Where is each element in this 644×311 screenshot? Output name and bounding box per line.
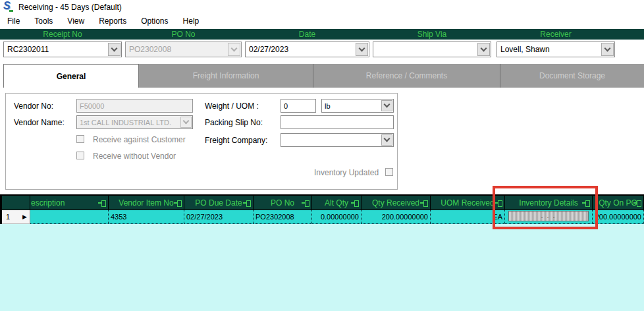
cell-po-due-date[interactable]: 02/27/2023 [184,210,254,224]
tab-strip: General Freight Information Reference / … [0,64,644,88]
freight-company-dropdown-button[interactable] [381,134,392,146]
weight-field[interactable]: 0 [281,99,316,113]
column-header-po-no[interactable]: PO No [254,196,312,210]
column-header-vendor-item-no[interactable]: Vendor Item No [109,196,184,210]
row-header-cell[interactable]: 1 ▶ [2,210,30,224]
ship-via-dropdown-button[interactable] [477,43,490,56]
tab-document-storage-label: Document Storage [539,71,605,80]
menu-bar: File Tools View Reports Options Help [0,14,644,28]
column-header-po-due-date[interactable]: PO Due Date [184,196,254,210]
receive-against-customer-checkbox[interactable] [76,135,84,143]
column-header-qty-on-po-label: Qty On PO [599,198,637,208]
tab-reference-comments-label: Reference / Comments [366,71,447,80]
tab-freight-information[interactable]: Freight Information [139,64,313,88]
vendor-no-field: F50000 [76,99,193,113]
freight-company-value [281,134,381,146]
cell-description[interactable] [30,210,109,224]
column-header-inventory-details[interactable]: Inventory Details [505,196,593,210]
po-no-label: PO No [125,30,242,39]
ship-via-value [373,42,477,57]
uom-combo[interactable]: lb [321,99,394,113]
po-no-combo: PO2302008 [125,42,242,57]
inventory-updated-label: Inventory Updated [314,168,379,177]
pushpin-icon[interactable] [98,200,105,206]
receipt-no-dropdown-button[interactable] [108,43,121,56]
cell-qty-received[interactable]: 200.00000000 [362,210,431,224]
pushpin-icon[interactable] [351,200,358,206]
ship-via-label: Ship Via [373,30,491,39]
cell-alt-qty[interactable]: 0.00000000 [312,210,362,224]
receiver-value: Lovell, Shawn [497,42,601,57]
date-value: 02/27/2023 [246,42,355,57]
pushpin-icon[interactable] [420,200,427,206]
date-dropdown-button[interactable] [356,43,368,56]
column-header-uom-received[interactable]: UOM Received [431,196,505,210]
row-selector-arrow-icon: ▶ [22,213,27,220]
pushpin-icon[interactable] [243,200,250,206]
chevron-down-icon [384,101,390,108]
vendor-name-dropdown-button [180,117,192,128]
tab-general[interactable]: General [3,64,139,88]
column-header-po-no-label: PO No [271,198,294,208]
cell-inventory-details: . . . [505,210,593,224]
inventory-updated-checkbox[interactable] [385,168,393,176]
inventory-details-button[interactable]: . . . [508,211,589,221]
chevron-down-icon [604,45,611,51]
column-header-description[interactable]: escription [30,196,109,210]
packing-slip-field[interactable] [281,115,394,129]
ship-via-combo[interactable] [373,42,491,57]
general-form-panel: Vendor No: F50000 Vendor Name: 1st CALL … [5,93,398,190]
grid-corner-cell [2,196,30,210]
column-header-qty-received[interactable]: Qty Received [362,196,431,210]
receipt-no-combo[interactable]: RC2302011 [3,42,122,57]
menu-file[interactable]: File [0,15,27,27]
weight-uom-label: Weight / UOM : [205,101,259,111]
menu-reports[interactable]: Reports [92,15,134,27]
pushpin-icon[interactable] [633,200,641,206]
pushpin-icon[interactable] [582,200,589,206]
chevron-down-icon [231,45,238,51]
receipt-no-value: RC2302011 [4,42,107,57]
grid-row-1: 1 ▶ 4353 02/27/2023 PO2302008 0.00000000… [0,210,644,224]
tab-general-label: General [57,72,86,81]
column-header-po-due-date-label: PO Due Date [195,198,242,208]
po-no-dropdown-button [228,43,240,56]
menu-options[interactable]: Options [134,15,175,27]
cell-uom-received[interactable]: EA [431,210,505,224]
column-header-vendor-item-no-label: Vendor Item No [119,198,173,208]
chevron-down-icon [111,45,118,51]
tab-reference-comments[interactable]: Reference / Comments [313,64,500,88]
receive-against-customer-label: Receive against Customer [93,135,186,144]
column-header-qty-on-po[interactable]: Qty On PO [593,196,644,210]
vendor-name-value: 1st CALL INDUSTRIAL LTD. [77,116,180,128]
receiver-dropdown-button[interactable] [601,43,614,56]
chevron-down-icon [183,118,190,125]
cell-qty-on-po[interactable]: 200.00000000 [593,210,644,224]
vendor-name-combo: 1st CALL INDUSTRIAL LTD. [76,115,193,129]
tab-document-storage[interactable]: Document Storage [500,64,644,88]
header-band: Receipt No PO No Date Ship Via Receiver [0,29,644,40]
column-header-inventory-details-label: Inventory Details [519,198,577,208]
uom-dropdown-button[interactable] [381,100,392,111]
receive-without-vendor-checkbox[interactable] [76,152,84,159]
receiving-lines-grid: escription Vendor Item No PO Due Date PO… [0,194,644,311]
menu-help[interactable]: Help [176,15,207,27]
packing-slip-label: Packing Slip No: [205,118,263,127]
title-bar: S Receiving - 45 Days (Default) [0,0,644,14]
date-combo[interactable]: 02/27/2023 [245,42,369,57]
vendor-no-label: Vendor No: [14,101,53,111]
cell-po-no[interactable]: PO2302008 [254,210,312,224]
pushpin-icon[interactable] [174,200,181,206]
tab-freight-information-label: Freight Information [193,71,259,80]
pushpin-icon[interactable] [302,200,309,206]
column-header-alt-qty[interactable]: Alt Qty [312,196,362,210]
menu-tools[interactable]: Tools [27,15,60,27]
cell-vendor-item-no[interactable]: 4353 [109,210,184,224]
chevron-down-icon [481,45,487,51]
column-header-alt-qty-label: Alt Qty [325,198,348,208]
menu-view[interactable]: View [60,15,92,27]
pushpin-icon[interactable] [495,200,502,206]
receive-without-vendor-label: Receive without Vendor [93,152,176,161]
freight-company-combo[interactable] [281,133,394,147]
receiver-combo[interactable]: Lovell, Shawn [496,42,615,57]
